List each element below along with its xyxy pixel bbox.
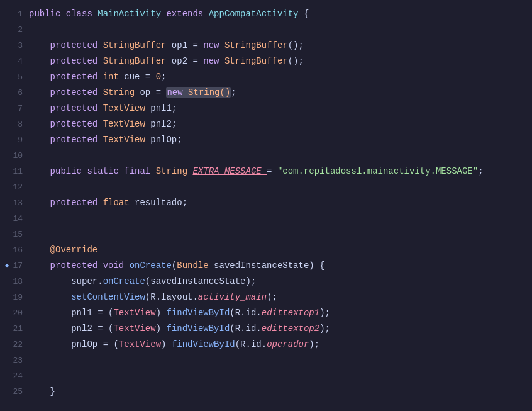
code-text-1: public class MainActivity extends AppCom… [29,6,309,22]
var-pnlop: pnlOp [150,135,177,145]
code-line-16: 16 @Override [0,242,532,258]
code-line-9: 9 protected TextView pnlOp; [0,132,532,148]
code-line-8: 8 protected TextView pnl2; [0,116,532,132]
var-pnl1: pnl1 [150,103,172,113]
line-number-6: 6 [10,85,23,101]
line-number-10: 10 [10,148,23,164]
code-line-6: 6 protected String op = new String(); [0,85,532,101]
code-line-1: 1 public class MainActivity extends AppC… [0,6,532,22]
var-edittextop2: edittextop2 [262,324,319,334]
keyword-public: public [29,9,66,19]
var-pnl2-assign: pnl2 [71,324,97,334]
line-number-14: 14 [10,211,23,227]
method-findviewbyid-3: findViewById [172,339,235,349]
var-op2: op2 [172,56,193,66]
var-op1: op1 [172,40,193,50]
line-number-1: 1 [10,6,23,22]
var-pnl1-assign: pnl1 [71,308,97,318]
kw-protected-13: protected [50,198,103,208]
code-editor: 1 public class MainActivity extends AppC… [0,0,532,411]
var-resultado: resultado [135,198,182,208]
kw-protected-6: protected [50,87,103,98]
code-line-21: 21 pnl2 = (TextView) findViewById(R.id.e… [0,321,532,337]
var-super: super [71,276,97,286]
classname-appcompat: AppCompatActivity [209,9,304,19]
code-line-22: 22 pnlOp = (TextView) findViewById(R.id.… [0,337,532,352]
type-float-13: float [103,198,135,208]
code-line-2: 2 [0,22,532,38]
code-line-10: 10 [0,148,532,164]
var-operador: operador [267,339,309,349]
method-setcontentview: setContentView [71,292,145,302]
line-number-16: 16 [10,242,23,258]
code-line-5: 5 protected int cue = 0; [0,69,532,85]
type-stringbuffer-4: StringBuffer [103,56,172,66]
var-pnlop-assign: pnlOp [71,339,103,349]
line-number-5: 5 [10,69,23,85]
var-pnl2: pnl2 [150,119,172,129]
var-savedinstancestate: savedInstanceState [214,261,309,271]
method-oncreate: onCreate [130,261,172,271]
line-number-4: 4 [10,53,23,69]
method-findviewbyid-1: findViewById [166,308,230,318]
code-line-15: 15 [0,227,532,242]
kw-protected-9: protected [50,135,103,145]
cast-textview-3: TextView [119,339,161,349]
var-cue: cue [124,72,145,82]
type-bundle: Bundle [177,261,214,271]
var-extra-message: EXTRA_MESSAGE [192,166,267,176]
line-number-7: 7 [10,101,23,116]
line-number-13: 13 [10,195,23,211]
code-line-3: 3 protected StringBuffer op1 = new Strin… [0,38,532,53]
type-stringbuffer-3: StringBuffer [103,40,172,50]
code-line-25: 25 } [0,384,532,400]
cast-textview-2: TextView [113,324,155,334]
code-line-4: 4 protected StringBuffer op2 = new Strin… [0,53,532,69]
line-number-15: 15 [10,227,23,242]
code-line-11: 11 public static final String EXTRA_MESS… [0,164,532,179]
line-number-9: 9 [10,132,23,148]
string-extra-message: "com.repitadossl.mainactivity.MESSAGE" [277,166,478,176]
line-number-17: 17 [10,258,23,274]
kw-protected-4: protected [50,56,103,66]
line-number-21: 21 [10,321,23,337]
keyword-extends: extends [166,9,208,19]
breakpoint-indicator-17: ◆ [4,258,10,274]
line-number-25: 25 [10,384,23,400]
code-line-18: 18 super.onCreate(savedInstanceState); [0,274,532,290]
line-number-12: 12 [10,179,23,195]
code-line-17: ◆ 17 protected void onCreate(Bundle save… [0,258,532,274]
line-number-24: 24 [10,368,23,384]
kw-protected-17: protected [50,261,103,271]
code-line-13: 13 protected float resultado; [0,195,532,211]
var-edittextop1: edittextop1 [262,308,319,318]
code-line-7: 7 protected TextView pnl1; [0,101,532,116]
line-number-3: 3 [10,38,23,53]
kw-protected-5: protected [50,72,103,82]
line-number-20: 20 [10,305,23,321]
code-line-19: 19 setContentView(R.layout.activity_main… [0,290,532,305]
kw-protected-7: protected [50,103,103,113]
code-line-23: 23 [0,352,532,368]
classname-mainactivity: MainActivity [97,9,166,19]
line-number-11: 11 [10,164,23,179]
var-op: op [140,87,155,98]
type-void-17: void [103,261,130,271]
line-number-18: 18 [10,274,23,290]
code-line-24: 24 [0,368,532,384]
line-number-8: 8 [10,116,23,132]
type-string-6: String [103,87,140,98]
type-textview-7: TextView [103,103,151,113]
closing-brace: } [50,386,55,397]
line-number-2: 2 [10,22,23,38]
type-int-5: int [103,72,125,82]
kw-protected-8: protected [50,119,103,129]
brace-open: { [304,9,309,19]
method-findviewbyid-2: findViewById [166,324,230,334]
code-line-12: 12 [0,179,532,195]
code-line-14: 14 [0,211,532,227]
cast-textview-1: TextView [113,308,155,318]
highlight-new-string: new String() [166,87,231,98]
line-number-19: 19 [10,290,23,305]
type-textview-8: TextView [103,119,151,129]
